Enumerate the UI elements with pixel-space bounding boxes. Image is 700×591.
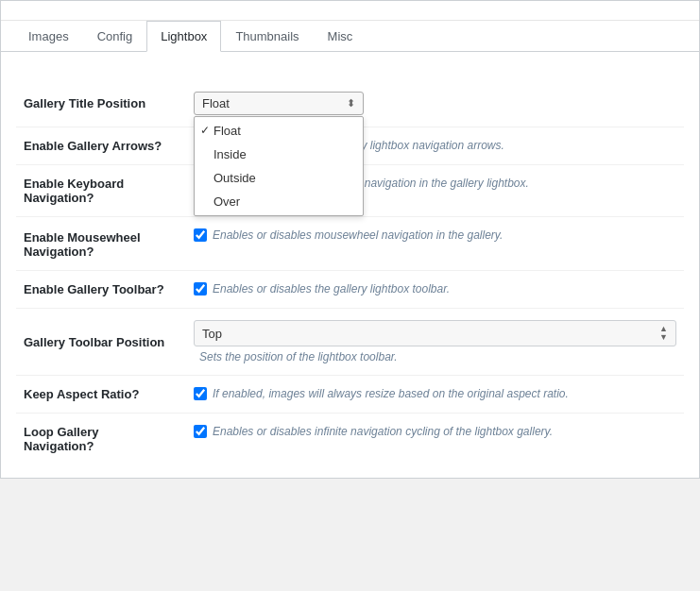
checkbox-enable-mousewheel-navigation[interactable] xyxy=(194,228,207,242)
setting-row-gallery-title-position: Gallery Title PositionFloat⬍FloatInsideO… xyxy=(16,80,684,127)
setting-label-loop-gallery-navigation: Loop Gallery Navigation? xyxy=(16,414,186,465)
select-value-gallery-toolbar-position: Top xyxy=(202,327,222,341)
checkbox-wrap-enable-mousewheel-navigation: Enables or disables mousewheel navigatio… xyxy=(194,228,676,242)
dropdown-option-float[interactable]: Float xyxy=(195,119,363,143)
tab-lightbox[interactable]: Lightbox xyxy=(146,21,221,52)
tab-images[interactable]: Images xyxy=(14,21,83,52)
checkbox-wrap-enable-gallery-toolbar: Enables or disables the gallery lightbox… xyxy=(194,282,676,296)
setting-value-enable-gallery-toolbar: Enables or disables the gallery lightbox… xyxy=(186,271,684,309)
panel-header xyxy=(1,1,699,21)
dropdown-option-inside[interactable]: Inside xyxy=(195,143,363,166)
field-description-loop-gallery-navigation: Enables or disables infinite navigation … xyxy=(213,425,553,438)
setting-value-gallery-toolbar-position: Top▲▼Sets the position of the lightbox t… xyxy=(186,309,684,376)
checkbox-loop-gallery-navigation[interactable] xyxy=(194,425,207,438)
select-arrows-icon: ▲▼ xyxy=(659,325,668,342)
field-description-enable-mousewheel-navigation: Enables or disables mousewheel navigatio… xyxy=(213,228,503,242)
dropdown-arrow-icon: ⬍ xyxy=(347,97,355,110)
select-gallery-toolbar-position[interactable]: Top▲▼ xyxy=(194,320,676,346)
setting-label-enable-gallery-toolbar: Enable Gallery Toolbar? xyxy=(16,271,186,309)
setting-value-loop-gallery-navigation: Enables or disables infinite navigation … xyxy=(186,414,684,465)
setting-value-enable-mousewheel-navigation: Enables or disables mousewheel navigatio… xyxy=(186,217,684,271)
settings-panel: ImagesConfigLightboxThumbnailsMisc Galle… xyxy=(0,0,700,479)
setting-label-gallery-title-position: Gallery Title Position xyxy=(16,80,186,127)
checkbox-keep-aspect-ratio[interactable] xyxy=(194,387,207,400)
field-description-keep-aspect-ratio: If enabled, images will always resize ba… xyxy=(213,387,569,400)
setting-row-enable-mousewheel-navigation: Enable Mousewheel Navigation?Enables or … xyxy=(16,217,684,271)
setting-label-enable-keyboard-navigation: Enable Keyboard Navigation? xyxy=(16,165,186,217)
panel-body: Gallery Title PositionFloat⬍FloatInsideO… xyxy=(1,52,699,478)
dropdown-container-gallery-title-position: Float⬍FloatInsideOutsideOver xyxy=(194,92,364,115)
setting-value-keep-aspect-ratio: If enabled, images will always resize ba… xyxy=(186,376,684,414)
checkbox-wrap-loop-gallery-navigation: Enables or disables infinite navigation … xyxy=(194,425,676,438)
dropdown-selected-value: Float xyxy=(202,96,230,110)
tab-config[interactable]: Config xyxy=(83,21,147,52)
tab-misc[interactable]: Misc xyxy=(314,21,367,52)
setting-label-enable-gallery-arrows: Enable Gallery Arrows? xyxy=(16,127,186,165)
checkbox-wrap-keep-aspect-ratio: If enabled, images will always resize ba… xyxy=(194,387,676,400)
setting-row-keep-aspect-ratio: Keep Aspect Ratio?If enabled, images wil… xyxy=(16,376,684,414)
setting-label-enable-mousewheel-navigation: Enable Mousewheel Navigation? xyxy=(16,217,186,271)
setting-label-gallery-toolbar-position: Gallery Toolbar Position xyxy=(16,309,186,376)
setting-row-gallery-toolbar-position: Gallery Toolbar PositionTop▲▼Sets the po… xyxy=(16,309,684,376)
setting-value-gallery-title-position: Float⬍FloatInsideOutsideOver xyxy=(186,80,684,127)
settings-table: Gallery Title PositionFloat⬍FloatInsideO… xyxy=(16,80,684,464)
setting-row-enable-gallery-toolbar: Enable Gallery Toolbar?Enables or disabl… xyxy=(16,271,684,309)
checkbox-enable-gallery-toolbar[interactable] xyxy=(194,282,207,296)
dropdown-option-over[interactable]: Over xyxy=(195,190,363,213)
dropdown-option-outside[interactable]: Outside xyxy=(195,166,363,190)
dropdown-trigger-gallery-title-position[interactable]: Float⬍ xyxy=(194,92,364,115)
setting-label-keep-aspect-ratio: Keep Aspect Ratio? xyxy=(16,376,186,414)
field-description-enable-gallery-toolbar: Enables or disables the gallery lightbox… xyxy=(213,282,450,296)
select-wrap-gallery-toolbar-position: Top▲▼Sets the position of the lightbox t… xyxy=(194,320,676,363)
dropdown-list-gallery-title-position: FloatInsideOutsideOver xyxy=(194,116,364,216)
setting-row-loop-gallery-navigation: Loop Gallery Navigation?Enables or disab… xyxy=(16,414,684,465)
tab-bar: ImagesConfigLightboxThumbnailsMisc xyxy=(1,21,699,52)
tab-thumbnails[interactable]: Thumbnails xyxy=(221,21,313,52)
field-description-gallery-toolbar-position: Sets the position of the lightbox toolba… xyxy=(199,350,676,363)
